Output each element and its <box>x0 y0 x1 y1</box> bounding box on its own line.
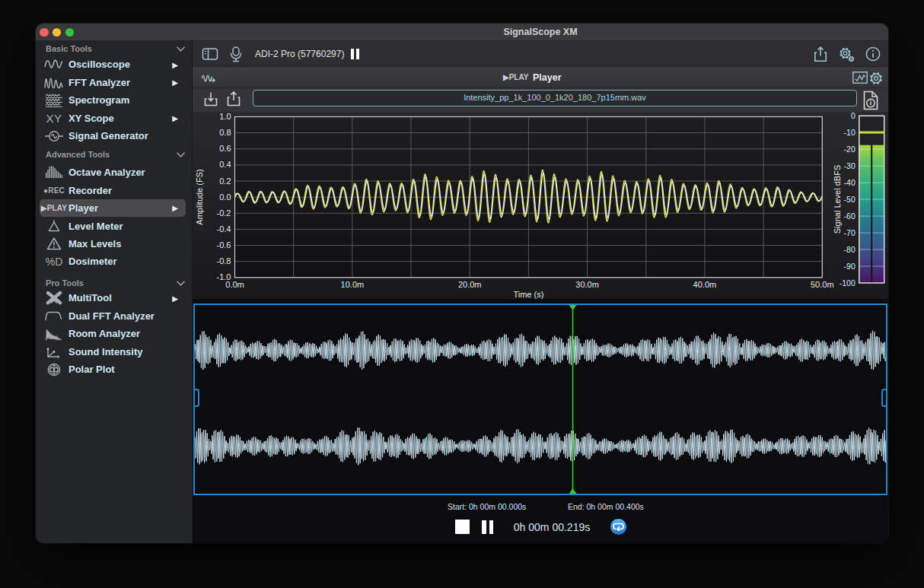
svg-text:-30: -30 <box>844 161 855 170</box>
svg-text:0.2: 0.2 <box>219 176 231 186</box>
svg-text:20.0m: 20.0m <box>458 280 482 289</box>
svg-text:-20: -20 <box>844 145 855 154</box>
svg-text:50.0m: 50.0m <box>811 280 834 289</box>
svg-text:0.6: 0.6 <box>219 144 231 153</box>
svg-text:-0.4: -0.4 <box>217 224 231 234</box>
svg-text:-10: -10 <box>844 128 855 137</box>
svg-text:30.0m: 30.0m <box>575 280 599 289</box>
svg-text:0.0: 0.0 <box>219 192 231 202</box>
svg-text:0.4: 0.4 <box>219 160 231 169</box>
svg-text:-0.6: -0.6 <box>217 240 231 250</box>
svg-text:-70: -70 <box>844 228 855 237</box>
svg-text:0.8: 0.8 <box>219 128 231 137</box>
svg-text:40.0m: 40.0m <box>693 280 717 289</box>
svg-text:0: 0 <box>851 112 855 120</box>
svg-text:10.0m: 10.0m <box>341 280 365 289</box>
svg-text:0.0m: 0.0m <box>225 280 244 289</box>
svg-text:-0.8: -0.8 <box>217 256 231 265</box>
svg-text:1.0: 1.0 <box>219 112 231 121</box>
svg-text:-90: -90 <box>844 262 855 271</box>
svg-text:Time (s): Time (s) <box>513 290 543 299</box>
svg-text:-80: -80 <box>844 245 855 254</box>
svg-text:-100: -100 <box>840 278 855 288</box>
svg-text:-60: -60 <box>844 211 855 221</box>
svg-text:-40: -40 <box>844 178 855 187</box>
svg-text:-0.2: -0.2 <box>217 208 231 218</box>
svg-text:-50: -50 <box>844 195 855 204</box>
svg-text:Signal Level dBFS: Signal Level dBFS <box>833 165 842 234</box>
svg-text:Amplitude (FS): Amplitude (FS) <box>195 169 204 224</box>
